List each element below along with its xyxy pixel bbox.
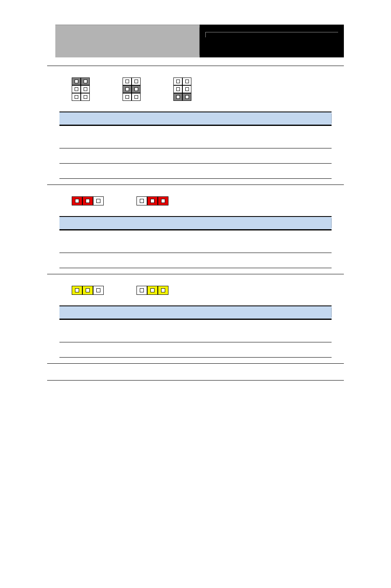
header-left-panel [55, 25, 200, 57]
table-row [59, 342, 332, 358]
section-yellow [47, 274, 344, 364]
table-row [59, 327, 332, 342]
table-row [59, 164, 332, 179]
table-row [59, 238, 332, 253]
table-header [59, 305, 332, 320]
row-icon-yellow-left [72, 286, 104, 295]
footer-rule [47, 380, 344, 381]
table-row [59, 133, 332, 148]
table-header [59, 216, 332, 230]
section-red [47, 185, 344, 274]
grid-icon-top-shaded [72, 77, 90, 101]
table-block-1 [59, 112, 332, 179]
page-header [55, 25, 344, 57]
row-icon-red-left [72, 196, 104, 205]
red-icons-row [47, 189, 344, 209]
row-icon-yellow-right [136, 286, 168, 295]
table-row [59, 148, 332, 164]
table-header [59, 112, 332, 126]
header-right-panel [200, 25, 344, 57]
grid-icon-middle-shaded [123, 77, 141, 101]
row-icon-red-right [136, 196, 168, 205]
section-grids [47, 66, 344, 185]
table-block-3 [59, 305, 332, 358]
table-row [59, 253, 332, 268]
table-block-2 [59, 216, 332, 268]
grid-icons-row [47, 70, 344, 104]
yellow-icons-row [47, 278, 344, 298]
header-inset-line [205, 32, 338, 37]
grid-icon-bottom-shaded [173, 77, 191, 101]
